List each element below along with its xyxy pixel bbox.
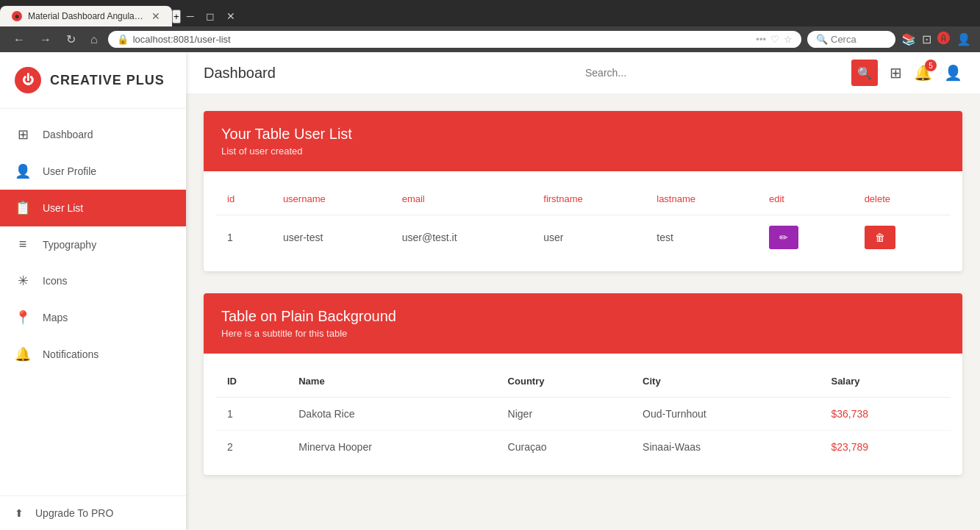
notification-badge: 5	[925, 60, 937, 71]
user-profile-icon: 👤	[15, 163, 31, 179]
sidebar-item-label: Maps	[43, 312, 68, 323]
cell-firstname: user	[532, 215, 645, 260]
col-edit: edit	[757, 183, 853, 215]
delete-button[interactable]: 🗑	[865, 226, 895, 249]
search-input[interactable]	[585, 67, 843, 79]
upgrade-icon: ⬆	[15, 507, 24, 519]
adblock-icon[interactable]: 🅐	[937, 32, 951, 47]
browser-action-icons: 📚 ⊡ 🅐 👤	[901, 32, 971, 47]
plain-table-subtitle: Here is a subtitle for this table	[221, 328, 945, 339]
grid-view-button[interactable]: ⊞	[890, 64, 902, 82]
sidebar-item-typography[interactable]: ≡ Typography	[0, 226, 186, 262]
library-icon[interactable]: 📚	[901, 32, 916, 46]
browser-search[interactable]: 🔍 Cerca	[807, 31, 895, 48]
sidebar-item-dashboard[interactable]: ⊞ Dashboard	[0, 116, 186, 153]
logo-text: CREATIVE PLUS	[50, 73, 165, 88]
sidebar-item-label: Icons	[43, 275, 67, 287]
plain-table-card: Table on Plain Background Here is a subt…	[204, 293, 962, 475]
search-glass-icon: 🔍	[816, 34, 828, 45]
logo-icon: ⏻	[15, 67, 41, 93]
close-window-button[interactable]: ✕	[221, 9, 241, 24]
home-button[interactable]: ⌂	[86, 32, 102, 48]
app-container: ⏻ CREATIVE PLUS ⊞ Dashboard 👤 User Profi…	[0, 52, 980, 530]
sidebar-item-user-profile[interactable]: 👤 User Profile	[0, 153, 186, 190]
user-table-body: id username email firstname lastname edi…	[204, 171, 962, 271]
lock-icon: 🔒	[117, 34, 129, 45]
edit-button[interactable]: ✏	[769, 226, 798, 249]
browser-tab-bar: ● Material Dashboard Angular 5... ✕ + ─ …	[0, 0, 980, 26]
cell-lastname: test	[645, 215, 757, 260]
col-username: username	[271, 183, 390, 215]
user-table-subtitle: List of user created	[221, 146, 945, 157]
plain-cell-country: Niger	[496, 398, 632, 431]
table-row: 1 Dakota Rice Niger Oud-Turnhout $36,738	[215, 398, 951, 431]
notifications-icon: 🔔	[15, 346, 31, 362]
plain-col-id: ID	[215, 365, 287, 398]
tab-close-icon[interactable]: ✕	[151, 10, 160, 22]
sidebar: ⏻ CREATIVE PLUS ⊞ Dashboard 👤 User Profi…	[0, 52, 186, 530]
reload-button[interactable]: ↻	[62, 31, 80, 48]
sync-icon[interactable]: ⊡	[922, 32, 931, 46]
dashboard-icon: ⊞	[15, 126, 31, 143]
sidebar-item-user-list[interactable]: 📋 User List	[0, 190, 186, 226]
tab-title: Material Dashboard Angular 5...	[28, 11, 146, 21]
plain-cell-id: 2	[215, 431, 287, 464]
col-id: id	[215, 183, 271, 215]
plain-cell-country: Curaçao	[496, 431, 632, 464]
sidebar-nav: ⊞ Dashboard 👤 User Profile 📋 User List ≡…	[0, 109, 186, 495]
sidebar-item-label: Notifications	[43, 348, 99, 360]
sidebar-item-maps[interactable]: 📍 Maps	[0, 299, 186, 336]
icons-icon: ✳	[15, 273, 31, 289]
plain-cell-salary: $23,789	[819, 431, 951, 464]
plain-table: ID Name Country City Salary 1 Dakota Ric…	[215, 365, 951, 463]
plain-table-header: Table on Plain Background Here is a subt…	[204, 293, 962, 354]
sidebar-item-notifications[interactable]: 🔔 Notifications	[0, 336, 186, 373]
back-button[interactable]: ←	[9, 32, 29, 48]
plain-col-name: Name	[287, 365, 496, 398]
upgrade-button[interactable]: ⬆ Upgrade To PRO	[15, 507, 171, 519]
url-bar[interactable]: 🔒 localhost:8081/user-list ••• ♡ ☆	[108, 31, 801, 48]
col-email: email	[390, 183, 532, 215]
table-row: 2 Minerva Hooper Curaçao Sinaai-Waas $23…	[215, 431, 951, 464]
plain-cell-name: Dakota Rice	[287, 398, 496, 431]
main-content: Dashboard 🔍 ⊞ 🔔 5 👤 Your Table User List	[186, 52, 980, 530]
content-area: Your Table User List List of user create…	[186, 93, 980, 530]
header-search	[585, 67, 843, 79]
maximize-button[interactable]: ◻	[200, 9, 221, 24]
star-icon: ☆	[784, 34, 793, 45]
table-row: 1 user-test user@test.it user test ✏ 🗑	[215, 215, 951, 260]
bookmark-icon: ♡	[770, 34, 779, 45]
plain-cell-city: Sinaai-Waas	[631, 431, 819, 464]
plain-table-body: ID Name Country City Salary 1 Dakota Ric…	[204, 354, 962, 475]
account-button[interactable]: 👤	[944, 64, 962, 82]
page-title: Dashboard	[204, 65, 576, 82]
plain-cell-city: Oud-Turnhout	[631, 398, 819, 431]
sidebar-logo: ⏻ CREATIVE PLUS	[0, 52, 186, 109]
plain-table-title: Table on Plain Background	[221, 308, 945, 325]
user-table: id username email firstname lastname edi…	[215, 183, 951, 259]
notifications-button[interactable]: 🔔 5	[914, 64, 932, 82]
url-text: localhost:8081/user-list	[133, 34, 752, 45]
sidebar-item-label: Dashboard	[43, 129, 93, 140]
sidebar-item-icons[interactable]: ✳ Icons	[0, 262, 186, 299]
search-button[interactable]: 🔍	[851, 60, 878, 86]
typography-icon: ≡	[15, 237, 31, 252]
profile-icon[interactable]: 👤	[956, 32, 971, 46]
plain-col-country: Country	[496, 365, 632, 398]
browser-tab[interactable]: ● Material Dashboard Angular 5... ✕	[0, 6, 172, 26]
upgrade-label: Upgrade To PRO	[35, 507, 113, 519]
window-controls: ─ ◻ ✕	[181, 9, 241, 24]
new-tab-button[interactable]: +	[172, 10, 181, 24]
browser-chrome: ● Material Dashboard Angular 5... ✕ + ─ …	[0, 0, 980, 52]
sidebar-item-label: User List	[43, 202, 83, 214]
plain-table-header-row: ID Name Country City Salary	[215, 365, 951, 398]
plain-cell-id: 1	[215, 398, 287, 431]
user-table-header: Your Table User List List of user create…	[204, 111, 962, 171]
user-table-card: Your Table User List List of user create…	[204, 111, 962, 271]
header-actions: 🔍 ⊞ 🔔 5 👤	[851, 60, 962, 86]
minimize-button[interactable]: ─	[181, 9, 200, 24]
col-delete: delete	[853, 183, 951, 215]
browser-controls: ← → ↻ ⌂ 🔒 localhost:8081/user-list ••• ♡…	[0, 26, 980, 52]
forward-button[interactable]: →	[35, 32, 56, 48]
sidebar-item-label: User Profile	[43, 165, 96, 177]
